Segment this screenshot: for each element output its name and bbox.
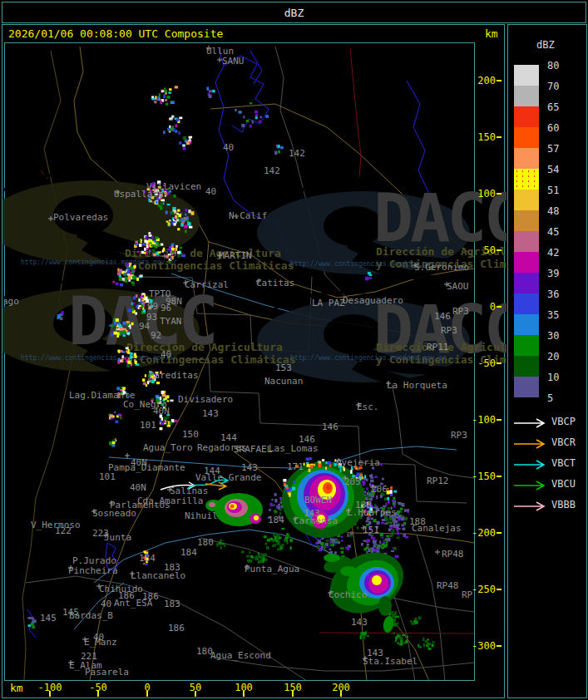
colorbar-tick-label: 70 (547, 81, 559, 92)
colorbar-tick-label: 54 (547, 164, 559, 175)
colorbar-tick-label: 39 (547, 268, 559, 279)
colorbar-tick-label: 60 (547, 122, 559, 134)
vector-legend-label: VBCU (551, 478, 576, 490)
colorbar-swatch (514, 106, 539, 127)
vbcp-arrow-icon (511, 412, 550, 433)
vector-legend-row: VBCU (511, 475, 586, 495)
vector-legend-row: VBCT (511, 454, 586, 475)
window-title: dBZ (284, 7, 304, 19)
colorbar-tick-label: 42 (547, 247, 559, 259)
radar-map[interactable] (4, 42, 475, 681)
vector-legend-label: VBCP (551, 416, 576, 427)
colorbar-swatch (514, 273, 539, 293)
colorbar-tick-label: 80 (547, 60, 559, 71)
vector-legend-label: VBCT (551, 457, 576, 469)
colorbar-swatch (514, 356, 539, 377)
colorbar-swatch (514, 86, 539, 106)
colorbar-tick-label: 48 (547, 205, 559, 217)
title-bar: dBZ (2, 2, 586, 23)
vector-legend-row: VBCP (511, 412, 586, 433)
vector-legend: VBCPVBCRVBCTVBCUVBBB (511, 412, 586, 516)
colorbar-swatch (514, 252, 539, 273)
colorbar-tick-label: 5 (547, 392, 553, 404)
dbz-colorbar: 807065605754514845423936353020105 (514, 65, 587, 397)
colorbar-tick-label: 57 (547, 143, 559, 155)
vector-legend-row: VBBB (511, 495, 586, 516)
colorbar-swatch (514, 293, 539, 314)
colorbar-swatch (514, 210, 539, 231)
colorbar-swatch (514, 231, 539, 252)
vbcu-arrow-icon (511, 475, 550, 495)
colorbar-tick-label: 65 (547, 101, 559, 113)
colorbar-swatch (514, 377, 539, 397)
timestamp-label: 2026/01/06 00:08:00 UTC Composite (8, 27, 223, 40)
vector-legend-row: VBCR (511, 433, 586, 454)
colorbar-tick-label: 36 (547, 288, 559, 300)
colorbar-swatch (514, 169, 539, 190)
y-axis-unit-label: km (485, 27, 498, 40)
colorbar-swatch (514, 335, 539, 356)
vector-legend-label: VBCR (551, 436, 576, 448)
colorbar-tick-label: 20 (547, 351, 559, 362)
map-geography (5, 43, 474, 680)
vector-legend-label: VBBB (551, 499, 576, 510)
colorbar-swatch (514, 190, 539, 210)
colorbar-swatch (514, 314, 539, 335)
radar-app-window: dBZ 2026/01/06 00:08:00 UTC Composite km… (0, 0, 588, 700)
colorbar-tick-label: 35 (547, 309, 559, 321)
legend-panel: dBZ 807065605754514845423936353020105 VB… (507, 24, 587, 698)
vbbb-arrow-icon (511, 495, 550, 516)
vbcr-arrow-icon (511, 433, 550, 454)
colorbar-tick-label: 10 (547, 372, 559, 383)
colorbar-swatch (514, 65, 539, 86)
colorbar-tick-label: 51 (547, 185, 559, 196)
vbct-arrow-icon (511, 454, 550, 475)
colorbar-tick-label: 30 (547, 330, 559, 342)
colorbar-swatch (514, 148, 539, 169)
legend-title: dBZ (536, 39, 555, 51)
colorbar-tick-label: 45 (547, 226, 559, 238)
colorbar-swatch (514, 127, 539, 148)
